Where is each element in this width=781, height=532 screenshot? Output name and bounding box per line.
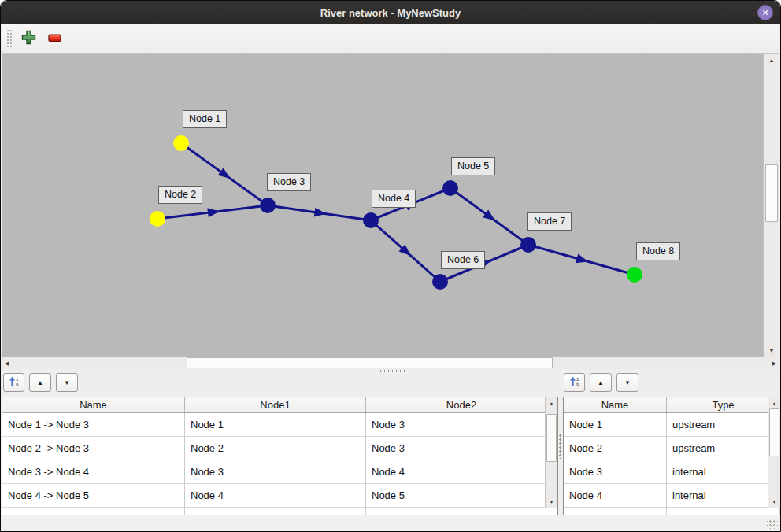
resize-grip-icon[interactable] — [767, 519, 778, 529]
table-row[interactable]: Node 1 -> Node 3Node 1Node 3 — [2, 413, 557, 437]
node-label: Node 6 — [441, 251, 485, 269]
titlebar: River network - MyNewStudy ✕ — [1, 1, 780, 24]
network-node[interactable] — [363, 212, 379, 228]
column-header[interactable]: Name — [2, 397, 185, 412]
network-node[interactable] — [627, 267, 642, 283]
table-row[interactable]: Node 3internal — [564, 460, 780, 484]
table-cell[interactable]: Node 3 — [564, 460, 667, 483]
nodes-table-scrollbar[interactable]: ▲ ▼ — [768, 397, 780, 508]
close-icon: ✕ — [761, 9, 768, 17]
svg-text:9: 9 — [16, 382, 19, 387]
node-label: Node 1 — [183, 110, 227, 128]
node-label: Node 8 — [636, 242, 680, 260]
table-cell[interactable]: Node 4 — [185, 484, 366, 507]
vertical-scroll-thumb[interactable] — [546, 414, 557, 462]
table-cell[interactable]: Node 4 — [366, 460, 557, 483]
nodes-table: NameType Node 1upstreamNode 2upstreamNod… — [563, 397, 781, 516]
move-up-icon: ▲ — [37, 379, 43, 386]
network-node[interactable] — [442, 180, 458, 196]
table-row[interactable]: Node 1upstream — [564, 413, 780, 437]
vertical-scroll-thumb[interactable] — [769, 408, 779, 456]
move-down-icon: ▼ — [624, 379, 631, 386]
remove-button[interactable] — [45, 29, 64, 48]
sort-reaches-button[interactable]: 1 9 — [3, 373, 24, 392]
canvas-horizontal-scrollbar[interactable]: ◀ ▶ — [2, 357, 779, 369]
table-row[interactable]: Node 4 -> Node 5Node 4Node 5 — [2, 484, 557, 508]
column-header[interactable]: Type — [667, 397, 780, 412]
network-node[interactable] — [520, 237, 536, 253]
table-cell[interactable]: Node 2 — [564, 437, 667, 460]
table-cell[interactable]: upstream — [667, 413, 780, 436]
table-row[interactable]: Node 4internal — [564, 484, 780, 508]
scroll-up-arrow-icon[interactable]: ▲ — [768, 398, 780, 408]
reaches-table-scrollbar[interactable]: ▲ ▼ — [545, 397, 557, 508]
scroll-down-arrow-icon[interactable]: ▼ — [546, 497, 557, 507]
table-cell[interactable]: Node 4 -> Node 5 — [2, 484, 185, 507]
table-cell[interactable]: Node 2 — [185, 437, 366, 460]
horizontal-scroll-thumb[interactable] — [187, 357, 553, 368]
scroll-down-arrow-icon[interactable]: ▼ — [768, 497, 780, 507]
network-node[interactable] — [173, 135, 189, 151]
node-label: Node 7 — [527, 212, 572, 231]
column-header[interactable]: Node2 — [366, 397, 557, 412]
table-cell[interactable]: Node 1 -> Node 3 — [2, 413, 185, 436]
network-node[interactable] — [150, 211, 165, 227]
table-cell[interactable]: Node 4 — [564, 484, 667, 507]
vertical-scroll-thumb[interactable] — [765, 164, 778, 222]
svg-text:1: 1 — [576, 377, 579, 382]
svg-text:1: 1 — [16, 377, 19, 382]
move-down-button[interactable]: ▼ — [616, 373, 638, 392]
move-up-button[interactable]: ▲ — [29, 373, 51, 392]
node-label: Node 3 — [267, 173, 311, 191]
move-down-icon: ▼ — [64, 379, 70, 386]
move-up-button[interactable]: ▲ — [590, 373, 612, 392]
scroll-up-arrow-icon[interactable]: ▲ — [546, 398, 557, 408]
flow-arrow-icon — [483, 210, 495, 221]
network-canvas[interactable]: Node 1Node 2Node 3Node 4Node 5Node 6Node… — [2, 54, 779, 357]
reaches-table-body: Node 1 -> Node 3Node 1Node 3Node 2 -> No… — [2, 413, 557, 516]
node-label: Node 2 — [158, 186, 202, 204]
column-header[interactable]: Name — [564, 397, 667, 412]
horizontal-splitter-handle[interactable] — [379, 370, 405, 372]
move-up-icon: ▲ — [598, 379, 604, 386]
reaches-toolbar: 1 9 ▲ ▼ — [3, 373, 83, 392]
svg-text:9: 9 — [576, 382, 579, 387]
nodes-table-body: Node 1upstreamNode 2upstreamNode 3intern… — [564, 413, 780, 516]
table-cell[interactable]: Node 1 — [564, 413, 667, 436]
table-row[interactable]: Node 2 -> Node 3Node 2Node 3 — [2, 437, 557, 460]
table-row[interactable]: Node 2upstream — [564, 437, 780, 460]
sort-ascending-icon: 1 9 — [569, 376, 580, 389]
sort-nodes-button[interactable]: 1 9 — [564, 373, 585, 392]
sort-ascending-icon: 1 9 — [9, 376, 20, 389]
column-header[interactable]: Node1 — [185, 397, 366, 412]
table-cell[interactable]: Node 3 — [366, 437, 557, 460]
scroll-up-arrow-icon[interactable]: ▲ — [764, 55, 779, 65]
reaches-table: NameNode1Node2 Node 1 -> Node 3Node 1Nod… — [2, 397, 558, 516]
toolbar-drag-handle-icon[interactable] — [6, 28, 13, 49]
green-plus-icon — [21, 30, 36, 47]
table-row[interactable]: Node 3 -> Node 4Node 3Node 4 — [2, 460, 557, 484]
add-button[interactable] — [19, 29, 38, 48]
table-cell[interactable]: Node 3 — [366, 413, 557, 436]
vertical-splitter-handle[interactable] — [559, 434, 561, 459]
node-label: Node 5 — [451, 157, 495, 175]
network-node[interactable] — [260, 198, 276, 213]
table-cell[interactable]: upstream — [667, 437, 780, 460]
reaches-table-header: NameNode1Node2 — [2, 397, 557, 413]
move-down-button[interactable]: ▼ — [56, 373, 78, 392]
window-title: River network - MyNewStudy — [320, 7, 461, 19]
table-cell[interactable]: Node 5 — [366, 484, 557, 507]
network-node[interactable] — [432, 274, 448, 290]
scroll-left-arrow-icon[interactable]: ◀ — [2, 357, 12, 369]
table-cell[interactable]: Node 3 — [185, 460, 366, 483]
table-cell[interactable]: Node 3 -> Node 4 — [2, 460, 185, 483]
table-cell[interactable]: Node 2 -> Node 3 — [2, 437, 185, 460]
canvas-vertical-scrollbar[interactable]: ▲ ▼ — [763, 54, 779, 357]
scroll-right-arrow-icon[interactable]: ▶ — [769, 357, 779, 369]
table-cell[interactable]: Node 1 — [185, 413, 366, 436]
river-network-window: River network - MyNewStudy ✕ — [0, 0, 781, 532]
table-cell[interactable]: internal — [667, 484, 780, 507]
scroll-down-arrow-icon[interactable]: ▼ — [764, 345, 779, 356]
table-cell[interactable]: internal — [667, 460, 780, 483]
close-button[interactable]: ✕ — [757, 5, 773, 20]
